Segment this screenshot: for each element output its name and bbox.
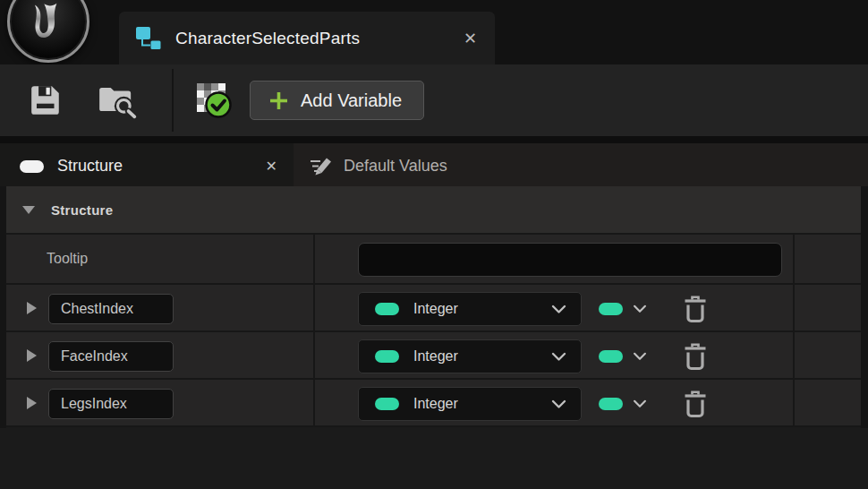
trash-icon xyxy=(683,342,708,372)
document-tab-title: CharacterSelectedParts xyxy=(175,29,360,48)
structure-section-title: Structure xyxy=(51,202,113,218)
expand-row-button[interactable] xyxy=(21,332,41,378)
add-variable-button[interactable]: Add Variable xyxy=(250,81,424,120)
container-type-dropdown[interactable] xyxy=(599,341,679,372)
chevron-down-icon xyxy=(551,305,566,314)
chevron-down-icon xyxy=(633,399,647,408)
structure-section-header[interactable]: Structure xyxy=(6,186,861,235)
trash-icon xyxy=(683,390,708,419)
toolbar-panel-gap xyxy=(0,136,868,143)
chevron-right-icon xyxy=(27,349,37,362)
collapse-arrow-icon[interactable] xyxy=(22,206,35,214)
chevron-down-icon xyxy=(633,305,647,313)
structure-tab-label: Structure xyxy=(57,157,123,176)
save-icon xyxy=(29,83,63,117)
integer-type-pill-icon xyxy=(375,350,399,363)
chevron-right-icon xyxy=(27,302,37,314)
integer-type-pill-icon xyxy=(375,303,399,315)
editor-tab-strip: Structure ✕ Default Values xyxy=(0,143,868,186)
toolbar: Add Variable xyxy=(0,64,868,136)
delete-variable-button[interactable] xyxy=(679,340,711,373)
chevron-down-icon xyxy=(633,352,647,361)
field-row: Integer xyxy=(6,380,861,427)
unreal-u-glyph xyxy=(22,0,74,47)
trash-icon xyxy=(683,295,708,324)
variable-name-input[interactable] xyxy=(48,341,174,372)
container-type-dropdown[interactable] xyxy=(599,389,679,419)
edit-defaults-icon xyxy=(309,155,333,177)
unreal-engine-logo xyxy=(7,0,89,63)
tooltip-label: Tooltip xyxy=(47,235,88,283)
default-values-tab-label: Default Values xyxy=(344,157,447,176)
container-type-pill-icon xyxy=(599,303,623,315)
structure-tab-icon xyxy=(20,160,44,173)
field-row: Integer xyxy=(6,285,861,332)
column-divider xyxy=(793,235,795,427)
chevron-down-icon xyxy=(551,352,566,362)
titlebar: CharacterSelectedParts ✕ xyxy=(0,0,868,64)
chevron-right-icon xyxy=(27,397,37,409)
expand-row-button[interactable] xyxy=(21,380,41,425)
integer-type-pill-icon xyxy=(375,398,399,410)
variable-name-input[interactable] xyxy=(48,294,174,324)
tab-default-values[interactable]: Default Values xyxy=(294,143,868,186)
browse-button[interactable] xyxy=(91,74,143,126)
variable-name-input[interactable] xyxy=(48,389,174,419)
container-type-dropdown[interactable] xyxy=(599,294,679,324)
variable-type-dropdown[interactable]: Integer xyxy=(358,387,582,421)
delete-variable-button[interactable] xyxy=(679,293,711,325)
plus-icon xyxy=(268,90,289,111)
field-row: Integer xyxy=(6,332,861,380)
struct-asset-icon xyxy=(135,26,162,50)
tooltip-input[interactable] xyxy=(358,243,782,277)
toolbar-separator xyxy=(172,69,174,132)
variable-type-label: Integer xyxy=(413,301,458,317)
unreal-struct-editor-window: CharacterSelectedParts ✕ xyxy=(0,0,868,489)
panel-left-edge xyxy=(0,186,6,428)
column-divider xyxy=(313,235,315,427)
variable-type-dropdown[interactable]: Integer xyxy=(358,292,582,326)
chevron-down-icon xyxy=(551,399,566,409)
container-type-pill-icon xyxy=(599,350,623,363)
save-button[interactable] xyxy=(20,74,72,126)
variable-type-dropdown[interactable]: Integer xyxy=(358,339,582,373)
add-variable-label: Add Variable xyxy=(301,90,402,111)
panel-right-edge xyxy=(861,186,868,428)
tooltip-row: Tooltip xyxy=(6,235,861,285)
document-tab[interactable]: CharacterSelectedParts ✕ xyxy=(119,12,495,64)
variable-type-label: Integer xyxy=(413,396,458,412)
expand-row-button[interactable] xyxy=(21,285,41,330)
tab-structure[interactable]: Structure ✕ xyxy=(0,143,294,186)
structure-panel: Structure Tooltip Integer xyxy=(0,186,868,489)
struct-status-ok-icon xyxy=(195,82,234,121)
delete-variable-button[interactable] xyxy=(679,388,711,420)
container-type-pill-icon xyxy=(599,398,623,410)
document-tab-close-icon[interactable]: ✕ xyxy=(464,29,477,48)
find-in-browser-icon xyxy=(97,82,138,119)
structure-tab-close-icon[interactable]: ✕ xyxy=(266,158,277,175)
variable-type-label: Integer xyxy=(413,348,458,365)
